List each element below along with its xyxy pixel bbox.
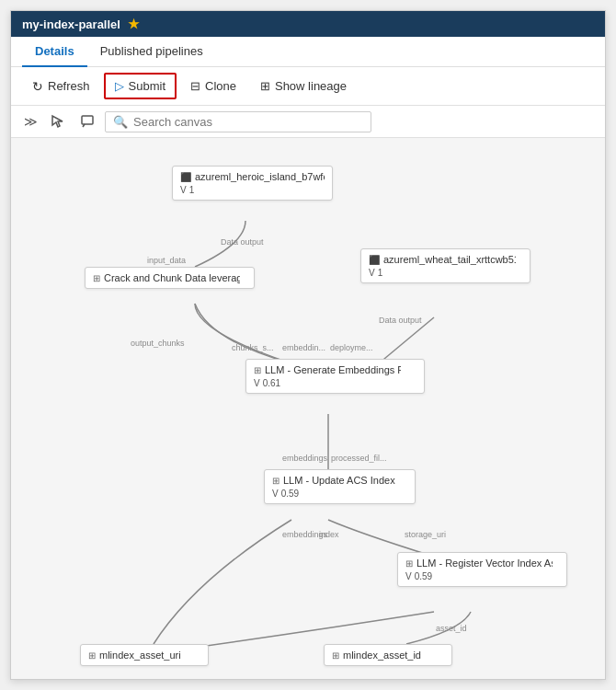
- module-icon-4: ⊞: [272, 476, 279, 486]
- module-icon-3: ⊞: [254, 365, 261, 375]
- module-icon-5: ⊞: [405, 558, 413, 569]
- version-icon: V: [180, 185, 187, 195]
- edge-label-output-chunks: output_chunks: [131, 339, 185, 348]
- node-llm-acs[interactable]: ⊞ LLM - Update ACS Index V 0.59: [264, 469, 416, 504]
- dataset-icon-2: ⬛: [369, 255, 380, 265]
- edge-label-deployme: deployme...: [330, 343, 373, 352]
- canvas-bar: ≫ 🔍: [11, 106, 605, 138]
- edge-label-data-output-2: Data output: [379, 316, 422, 325]
- chevron-left-button[interactable]: ≫: [20, 111, 40, 132]
- svg-rect-1: [82, 116, 93, 124]
- node-input2[interactable]: ⬛ azureml_wheat_tail_xrttcwb513_input_da…: [360, 248, 530, 283]
- node-llm-register[interactable]: ⊞ LLM - Register Vector Index Asset V 0.…: [397, 552, 567, 587]
- submit-button[interactable]: ▷ Submit: [104, 73, 177, 99]
- node-crack-chunk[interactable]: ⊞ Crack and Chunk Data leveraging Azure …: [85, 267, 255, 289]
- canvas-area: ⬛ azureml_heroic_island_b7wfcm1hs7_inpu.…: [11, 138, 605, 679]
- dataset-icon: ⬛: [180, 172, 191, 182]
- comment-icon-button[interactable]: [75, 109, 99, 133]
- module-icon: ⊞: [93, 273, 100, 283]
- node-llm-embeddings[interactable]: ⊞ LLM - Generate Embeddings Parallel V 0…: [245, 359, 425, 394]
- edge-label-embeddin: embeddin...: [282, 343, 325, 352]
- edge-label-processed-fil: processed_fil...: [331, 454, 387, 463]
- clone-icon: ⊟: [190, 79, 200, 93]
- edge-label-embeddings-1: embeddings: [282, 454, 327, 463]
- toolbar: ↻ Refresh ▷ Submit ⊟ Clone ⊞ Show lineag…: [11, 67, 605, 106]
- search-canvas-box[interactable]: 🔍: [105, 111, 371, 132]
- edge-label-index: index: [319, 530, 339, 539]
- refresh-button[interactable]: ↻ Refresh: [22, 74, 100, 99]
- edge-label-asset-id: asset_id: [436, 624, 467, 633]
- module-icon-7: ⊞: [332, 650, 339, 661]
- clone-button[interactable]: ⊟ Clone: [180, 74, 246, 98]
- edge-label-storage-uri: storage_uri: [405, 530, 446, 539]
- select-icon-button[interactable]: [46, 109, 70, 133]
- lineage-icon: ⊞: [260, 79, 270, 93]
- edge-label-data-output-1: Data output: [221, 237, 264, 247]
- edge-label-input-data: input_data: [147, 256, 186, 265]
- node-mlindex-id[interactable]: ⊞ mlindex_asset_id: [324, 644, 452, 666]
- window-title: my-index-parallel: [22, 17, 120, 31]
- edge-label-chunks-s: chunks_s...: [232, 343, 274, 352]
- lineage-button[interactable]: ⊞ Show lineage: [250, 74, 357, 98]
- main-window: my-index-parallel ★ Details Published pi…: [10, 10, 606, 680]
- star-icon[interactable]: ★: [128, 17, 140, 31]
- refresh-icon: ↻: [32, 79, 43, 94]
- tab-bar: Details Published pipelines: [11, 37, 605, 67]
- search-canvas-input[interactable]: [133, 115, 363, 129]
- tab-details[interactable]: Details: [22, 37, 87, 67]
- node-input1[interactable]: ⬛ azureml_heroic_island_b7wfcm1hs7_inpu.…: [172, 166, 333, 201]
- svg-marker-0: [52, 116, 63, 127]
- node-mlindex-uri[interactable]: ⊞ mlindex_asset_uri: [80, 644, 209, 666]
- play-icon: ▷: [115, 79, 124, 93]
- pipeline-edges: [11, 138, 605, 679]
- search-icon: 🔍: [113, 115, 128, 129]
- title-bar: my-index-parallel ★: [11, 11, 605, 37]
- tab-published-pipelines[interactable]: Published pipelines: [87, 37, 216, 67]
- module-icon-6: ⊞: [88, 650, 96, 661]
- version-icon-2: V: [369, 268, 375, 278]
